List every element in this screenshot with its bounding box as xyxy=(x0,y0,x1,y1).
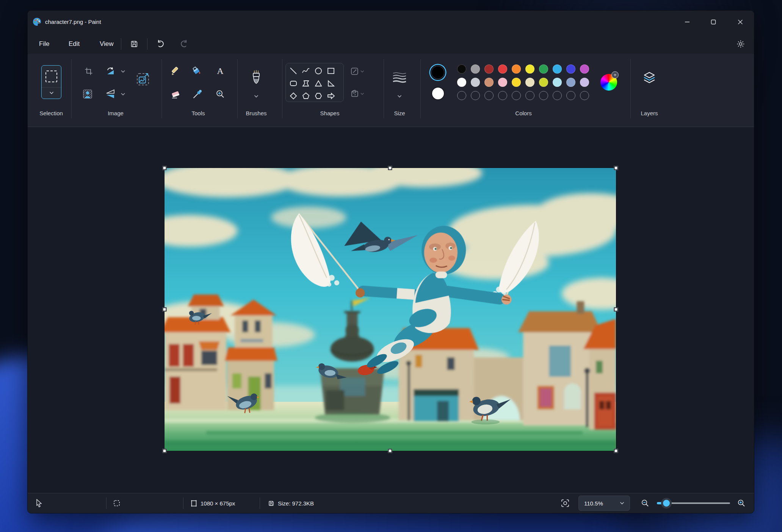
resize-icon[interactable] xyxy=(134,71,152,88)
shape-arrow-icon[interactable] xyxy=(326,91,336,101)
section-label-image: Image xyxy=(108,110,124,116)
fit-to-screen-icon[interactable] xyxy=(558,493,572,513)
section-label-layers: Layers xyxy=(641,110,658,116)
color-picker-tool-icon[interactable] xyxy=(191,87,204,101)
color-swatch-empty[interactable] xyxy=(566,91,575,100)
selection-handle-bottom-middle[interactable] xyxy=(388,449,392,453)
shape-fill-button[interactable] xyxy=(350,88,364,100)
color-swatch[interactable] xyxy=(566,64,575,74)
foreground-color-swatch[interactable] xyxy=(430,65,445,80)
menu-file[interactable]: File xyxy=(33,37,55,51)
eraser-tool-icon[interactable] xyxy=(169,87,182,101)
color-swatch[interactable] xyxy=(512,78,521,87)
size-dropdown-chevron-icon[interactable] xyxy=(395,92,404,100)
color-swatch-empty[interactable] xyxy=(580,91,589,100)
color-swatch[interactable] xyxy=(566,78,575,87)
color-swatch[interactable] xyxy=(471,64,480,74)
shape-triangle-icon[interactable] xyxy=(313,78,323,88)
color-swatch-empty[interactable] xyxy=(525,91,534,100)
selection-dropdown[interactable] xyxy=(42,88,61,98)
selection-handle-middle-right[interactable] xyxy=(614,308,618,312)
selection-handle-bottom-right[interactable] xyxy=(614,449,618,453)
zoom-out-icon[interactable] xyxy=(639,493,652,513)
selection-handle-middle-left[interactable] xyxy=(163,308,167,312)
magnifier-tool-icon[interactable] xyxy=(213,87,227,101)
undo-button[interactable] xyxy=(153,37,168,51)
close-button[interactable] xyxy=(732,14,749,30)
shape-outline-button[interactable] xyxy=(350,65,364,77)
layers-icon[interactable] xyxy=(641,69,658,86)
background-color-swatch[interactable] xyxy=(431,87,445,100)
selection-handle-top-left[interactable] xyxy=(163,166,167,170)
selection-tool-button[interactable] xyxy=(41,65,61,99)
zoom-level-dropdown[interactable]: 110.5% xyxy=(578,496,630,511)
settings-gear-icon[interactable] xyxy=(733,36,749,52)
color-palette xyxy=(457,64,589,100)
shape-polygon-icon[interactable] xyxy=(301,78,311,88)
color-swatch[interactable] xyxy=(498,64,507,74)
shape-pentagon-icon[interactable] xyxy=(301,91,311,101)
pencil-tool-icon[interactable] xyxy=(169,64,182,78)
shape-hexagon-icon[interactable] xyxy=(313,91,323,101)
rectangle-select-icon[interactable] xyxy=(42,66,61,88)
color-swatch[interactable] xyxy=(525,64,534,74)
menu-edit[interactable]: Edit xyxy=(63,37,86,51)
menu-view[interactable]: View xyxy=(94,37,120,51)
size-icon[interactable] xyxy=(391,69,408,86)
shape-oval-icon[interactable] xyxy=(313,66,323,76)
crop-icon[interactable] xyxy=(82,64,96,78)
color-swatch-empty[interactable] xyxy=(484,91,494,100)
shape-curve-icon[interactable] xyxy=(301,66,311,76)
color-swatch[interactable] xyxy=(539,64,548,74)
shape-rectangle-icon[interactable] xyxy=(326,66,336,76)
zoom-in-icon[interactable] xyxy=(735,493,748,513)
selection-handle-top-middle[interactable] xyxy=(388,166,392,170)
text-tool-icon[interactable]: A xyxy=(213,64,227,78)
shape-rounded-rectangle-icon[interactable] xyxy=(288,78,298,88)
brushes-icon[interactable] xyxy=(249,68,264,88)
color-swatch[interactable] xyxy=(484,78,494,87)
maximize-button[interactable] xyxy=(705,14,722,30)
flip-dropdown-chevron-icon[interactable] xyxy=(118,88,128,100)
minimize-button[interactable] xyxy=(679,14,696,30)
remove-background-icon[interactable] xyxy=(81,87,94,101)
brushes-dropdown-chevron-icon[interactable] xyxy=(251,92,261,100)
shape-line-icon[interactable] xyxy=(288,66,298,76)
divider xyxy=(260,497,260,509)
color-swatch-empty[interactable] xyxy=(457,91,466,100)
color-swatch[interactable] xyxy=(553,64,562,74)
canvas-image[interactable] xyxy=(165,168,616,451)
shape-diamond-icon[interactable] xyxy=(288,91,298,101)
color-swatch-empty[interactable] xyxy=(512,91,521,100)
color-swatch[interactable] xyxy=(539,78,548,87)
color-swatch-empty[interactable] xyxy=(553,91,562,100)
selection-handle-bottom-left[interactable] xyxy=(163,449,167,453)
color-swatch[interactable] xyxy=(580,64,589,74)
divider xyxy=(630,59,631,118)
color-swatch[interactable] xyxy=(512,64,521,74)
selection-size-icon xyxy=(111,493,122,513)
color-swatch[interactable] xyxy=(484,64,494,74)
zoom-slider-thumb[interactable] xyxy=(661,498,672,508)
rotate-icon[interactable] xyxy=(103,64,117,78)
color-swatch[interactable] xyxy=(471,78,480,87)
color-swatch-empty[interactable] xyxy=(498,91,507,100)
color-swatch[interactable] xyxy=(457,64,466,74)
color-swatch[interactable] xyxy=(457,78,466,87)
color-swatch[interactable] xyxy=(580,78,589,87)
fill-tool-icon[interactable] xyxy=(190,64,204,78)
shape-right-triangle-icon[interactable] xyxy=(326,78,336,88)
color-swatch[interactable] xyxy=(498,78,507,87)
artwork xyxy=(165,168,616,451)
save-button[interactable] xyxy=(127,37,142,51)
color-swatch-empty[interactable] xyxy=(471,91,480,100)
title-bar: character7.png - Paint xyxy=(28,11,754,33)
color-swatch[interactable] xyxy=(553,78,562,87)
redo-button[interactable] xyxy=(177,37,192,51)
flip-icon[interactable] xyxy=(103,87,117,101)
divider xyxy=(71,59,72,118)
color-swatch-empty[interactable] xyxy=(539,91,548,100)
color-swatch[interactable] xyxy=(525,78,534,87)
rotate-dropdown-chevron-icon[interactable] xyxy=(118,66,128,77)
selection-handle-top-right[interactable] xyxy=(614,166,618,170)
